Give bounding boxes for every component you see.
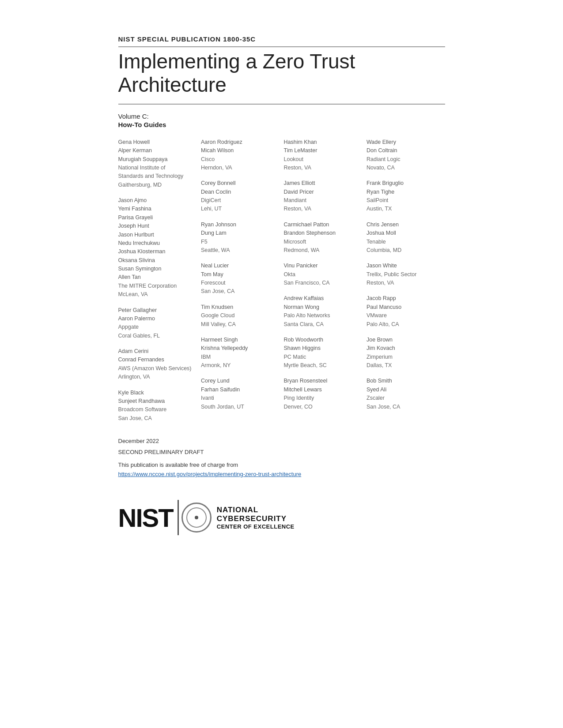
author-org: Reston, VA bbox=[367, 279, 445, 287]
author-block: Wade Ellery Don Coltrain Radiant Logic N… bbox=[367, 138, 445, 173]
author-name: Gena Howell bbox=[118, 138, 197, 146]
author-name: Peter Gallagher bbox=[118, 306, 197, 315]
author-name: Corey Lund bbox=[201, 377, 280, 385]
volume-label: Volume C: bbox=[118, 113, 445, 120]
author-block: Carmichael Patton Brandon Stephenson Mic… bbox=[284, 221, 363, 255]
author-org: Palo Alto, CA bbox=[367, 320, 445, 329]
author-name: Dean Coclin bbox=[201, 188, 280, 196]
author-name: Wade Ellery bbox=[367, 138, 445, 146]
author-name: Brandon Stephenson bbox=[284, 229, 363, 237]
nce-line1: NATIONAL bbox=[217, 506, 295, 514]
author-org: Mandiant bbox=[284, 196, 363, 205]
author-name: Paul Mancuso bbox=[367, 303, 445, 311]
author-org: Santa Clara, CA bbox=[284, 320, 363, 329]
author-org: Broadcom Software bbox=[118, 405, 197, 414]
author-org: Palo Alto Networks bbox=[284, 311, 363, 320]
author-name: Corey Bonnell bbox=[201, 179, 280, 188]
author-name: Sunjeet Randhawa bbox=[118, 397, 197, 405]
availability-link[interactable]: https://www.nccoe.nist.gov/projects/impl… bbox=[118, 471, 302, 477]
author-name: Dung Lam bbox=[201, 229, 280, 237]
author-org: Redmond, WA bbox=[284, 246, 363, 255]
page: NIST SPECIAL PUBLICATION 1800-35C Implem… bbox=[83, 0, 480, 728]
author-org: Arlington, VA bbox=[118, 373, 197, 381]
author-name: Jason Ajmo bbox=[118, 196, 197, 205]
author-block: Corey Bonnell Dean Coclin DigiCert Lehi,… bbox=[201, 179, 280, 214]
author-org: PC Matic bbox=[284, 353, 363, 361]
author-org: Cisco bbox=[201, 155, 280, 164]
author-name: Frank Briguglio bbox=[367, 179, 445, 188]
author-org: San Jose, CA bbox=[201, 287, 280, 296]
nist-wordmark: NIST bbox=[118, 503, 173, 533]
nce-circle-inner bbox=[186, 507, 207, 528]
authors-col-0: Gena Howell Alper Kerman Murugiah Souppa… bbox=[118, 138, 197, 430]
nist-logo: NIST bbox=[118, 503, 173, 533]
author-name: Farhan Saifudin bbox=[201, 386, 280, 394]
author-org: IBM bbox=[201, 353, 280, 361]
author-name: Micah Wilson bbox=[201, 146, 280, 155]
author-block: Hashim Khan Tim LeMaster Lookout Reston,… bbox=[284, 138, 363, 173]
authors-col-3: Wade Ellery Don Coltrain Radiant Logic N… bbox=[367, 138, 445, 430]
author-org: McLean, VA bbox=[118, 290, 197, 299]
author-block: Andrew Kaffaias Norman Wong Palo Alto Ne… bbox=[284, 294, 363, 329]
author-org: Mill Valley, CA bbox=[201, 320, 280, 329]
author-block: Tim Knudsen Google Cloud Mill Valley, CA bbox=[201, 303, 280, 329]
nce-logo: NATIONAL CYBERSECURITY CENTER OF EXCELLE… bbox=[181, 503, 295, 533]
author-org: Novato, CA bbox=[367, 164, 445, 172]
author-org: Reston, VA bbox=[284, 164, 363, 172]
author-org: San Francisco, CA bbox=[284, 279, 363, 287]
nce-dot bbox=[195, 516, 198, 519]
author-org: San Jose, CA bbox=[118, 414, 197, 423]
author-org: Gaithersburg, MD bbox=[118, 181, 197, 189]
author-name: Jason White bbox=[367, 262, 445, 270]
author-org: Tenable bbox=[367, 238, 445, 246]
author-org: Austin, TX bbox=[367, 205, 445, 213]
nce-text-block: NATIONAL CYBERSECURITY CENTER OF EXCELLE… bbox=[217, 506, 295, 530]
author-org: Google Cloud bbox=[201, 311, 280, 320]
author-org: F5 bbox=[201, 238, 280, 246]
author-name: Susan Symington bbox=[118, 265, 197, 273]
author-name: Neal Lucier bbox=[201, 262, 280, 270]
authors-col-1: Aaron Rodriguez Micah Wilson Cisco Hernd… bbox=[201, 138, 280, 430]
author-org: Armonk, NY bbox=[201, 361, 280, 370]
author-block: Gena Howell Alper Kerman Murugiah Souppa… bbox=[118, 138, 197, 189]
author-name: James Elliott bbox=[284, 179, 363, 188]
author-block: Chris Jensen Joshua Moll Tenable Columbi… bbox=[367, 221, 445, 255]
author-name: Mitchell Lewars bbox=[284, 386, 363, 394]
author-block: Bob Smith Syed Ali Zscaler San Jose, CA bbox=[367, 377, 445, 411]
author-block: James Elliott David Pricer Mandiant Rest… bbox=[284, 179, 363, 214]
author-name: Murugiah Souppaya bbox=[118, 155, 197, 164]
author-org: Ping Identity bbox=[284, 394, 363, 402]
author-org: Columbia, MD bbox=[367, 246, 445, 255]
author-org: AWS (Amazon Web Services) bbox=[118, 364, 197, 373]
author-name: Vinu Panicker bbox=[284, 262, 363, 270]
author-name: Ryan Johnson bbox=[201, 221, 280, 229]
volume-sub: How-To Guides bbox=[118, 121, 445, 128]
author-block: Joe Brown Jim Kovach Zimperium Dallas, T… bbox=[367, 336, 445, 370]
author-block: Vinu Panicker Okta San Francisco, CA bbox=[284, 262, 363, 287]
author-block: Ryan Johnson Dung Lam F5 Seattle, WA bbox=[201, 221, 280, 255]
main-title: Implementing a Zero Trust Architecture bbox=[118, 50, 445, 105]
author-name: Tim LeMaster bbox=[284, 146, 363, 155]
author-block: Rob Woodworth Shawn Higgins PC Matic Myr… bbox=[284, 336, 363, 370]
author-name: Andrew Kaffaias bbox=[284, 294, 363, 303]
author-name: David Pricer bbox=[284, 188, 363, 196]
nce-line2: CYBERSECURITY bbox=[217, 514, 295, 523]
author-name: Chris Jensen bbox=[367, 221, 445, 229]
author-name: Jim Kovach bbox=[367, 344, 445, 353]
author-block: Jason White Trellix, Public Sector Resto… bbox=[367, 262, 445, 287]
author-name: Joshua Moll bbox=[367, 229, 445, 237]
author-name: Allen Tan bbox=[118, 273, 197, 281]
logo-divider bbox=[178, 500, 179, 535]
author-name: Joe Brown bbox=[367, 336, 445, 344]
author-org: Reston, VA bbox=[284, 205, 363, 213]
authors-grid: Gena Howell Alper Kerman Murugiah Souppa… bbox=[118, 138, 445, 430]
author-block: Neal Lucier Tom May Forescout San Jose, … bbox=[201, 262, 280, 296]
author-block: Frank Briguglio Ryan Tighe SailPoint Aus… bbox=[367, 179, 445, 214]
author-name: Tom May bbox=[201, 270, 280, 279]
author-org: The MITRE Corporation bbox=[118, 282, 197, 290]
author-org: Myrtle Beach, SC bbox=[284, 361, 363, 370]
nce-line3: CENTER OF EXCELLENCE bbox=[217, 523, 295, 530]
author-org: Herndon, VA bbox=[201, 164, 280, 172]
author-name: Oksana Slivina bbox=[118, 256, 197, 265]
author-org: Standards and Technology bbox=[118, 172, 197, 180]
